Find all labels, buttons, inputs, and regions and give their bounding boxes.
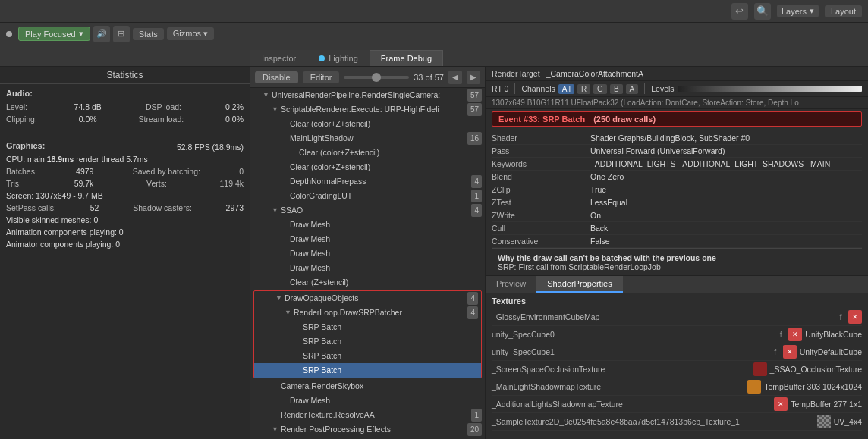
tree-item-text: Draw Mesh bbox=[290, 218, 330, 231]
frame-tree: ▼UniversalRenderPipeline.RenderSingleCam… bbox=[250, 88, 485, 439]
tree-item[interactable]: Draw Mesh bbox=[250, 232, 485, 246]
disable-button[interactable]: Disable bbox=[255, 71, 298, 83]
search-icon[interactable]: 🔍 bbox=[754, 3, 771, 20]
graphics-section: Graphics: 52.8 FPS (18.9ms) CPU: main 18… bbox=[0, 136, 250, 255]
channel-b-button[interactable]: B bbox=[610, 84, 623, 94]
undo-icon[interactable]: ↩ bbox=[731, 3, 748, 20]
bottom-tabs: Preview ShaderProperties bbox=[486, 275, 868, 293]
tree-item[interactable]: ▼Render PostProcessing Effects20 bbox=[250, 422, 485, 437]
layout-button[interactable]: Layout bbox=[825, 5, 862, 17]
tree-item[interactable]: Camera.RenderSkybox bbox=[250, 379, 485, 394]
tree-item[interactable]: SRP Batch bbox=[254, 363, 481, 378]
prop-key: Conservative bbox=[492, 237, 590, 246]
tree-badge: 57 bbox=[467, 89, 482, 102]
tree-badge: 57 bbox=[467, 103, 482, 116]
draw-opaque-objects-group: ▼DrawOpaqueObjects4▼RenderLoop.DrawSRPBa… bbox=[253, 290, 482, 378]
tree-item[interactable]: ▼RenderLoop.DrawSRPBatcher4 bbox=[254, 306, 481, 320]
channel-r-button[interactable]: R bbox=[577, 84, 590, 94]
gizmos-label: Gizmos bbox=[173, 29, 201, 38]
main-area: Statistics Audio: Level: -74.8 dB DSP lo… bbox=[0, 67, 868, 439]
channel-all-button[interactable]: All bbox=[558, 84, 574, 94]
tree-item[interactable]: ▼ScriptableRenderer.Execute: URP-HighFid… bbox=[250, 102, 485, 117]
frame-prev-button[interactable]: ◀ bbox=[448, 71, 462, 84]
batch-reason-title: Why this draw call can't be batched with… bbox=[498, 253, 856, 262]
channels-label: Channels bbox=[521, 84, 555, 93]
tree-item[interactable]: Clear (color+Z+stencil) bbox=[250, 146, 485, 160]
prop-key: ZTest bbox=[492, 198, 590, 207]
editor-button[interactable]: Editor bbox=[303, 71, 340, 83]
tab-inspector[interactable]: Inspector bbox=[250, 50, 307, 66]
audio-icon[interactable]: 🔊 bbox=[93, 26, 110, 42]
property-row: Pass Universal Forward (UniversalForward… bbox=[492, 145, 862, 158]
channel-g-button[interactable]: G bbox=[593, 84, 607, 94]
levels-bar bbox=[678, 86, 862, 92]
tree-item[interactable]: Draw Mesh bbox=[250, 218, 485, 232]
tree-item[interactable]: SRP Batch bbox=[254, 334, 481, 349]
layers-label: Layers bbox=[782, 7, 807, 16]
visible-value: 0 bbox=[93, 215, 98, 224]
tab-lighting[interactable]: Lighting bbox=[307, 50, 370, 66]
fps-value: 52.8 FPS (18.9ms) bbox=[177, 143, 244, 152]
tree-item[interactable]: Clear (color+Z+stencil) bbox=[250, 160, 485, 174]
frame-next-button[interactable]: ▶ bbox=[467, 71, 480, 84]
tree-badge: 1 bbox=[471, 409, 482, 422]
tree-item[interactable]: Clear (color+Z+stencil) bbox=[250, 117, 485, 131]
format-line: 1307x649 B10G11R11 UFloatPack32 (LoadAct… bbox=[486, 97, 868, 109]
audio-title: Audio: bbox=[6, 89, 244, 98]
property-row: Blend One Zero bbox=[492, 171, 862, 183]
event-calls: (250 draw calls) bbox=[593, 114, 656, 124]
shader-properties-tab[interactable]: ShaderProperties bbox=[536, 276, 623, 293]
tree-item-text: Draw Mesh bbox=[290, 394, 330, 407]
layers-dropdown[interactable]: Layers ▾ bbox=[777, 5, 819, 17]
visible-row: Visible skinned meshes: 0 bbox=[6, 214, 244, 226]
texture-row: _MainLightShadowmapTexture TempBuffer 30… bbox=[492, 378, 862, 396]
texture-row: _ScreenSpaceOcclusionTexture _SSAO_Occlu… bbox=[492, 361, 862, 378]
texture-f-flag: f bbox=[771, 347, 780, 356]
tree-item[interactable]: ▼UniversalRenderPipeline.RenderSingleCam… bbox=[250, 88, 485, 102]
lighting-tab-label: Lighting bbox=[329, 54, 358, 63]
tab-frame-debug[interactable]: Frame Debug bbox=[370, 50, 443, 66]
tree-item[interactable]: ▼DrawOpaqueObjects4 bbox=[254, 291, 481, 306]
tree-item[interactable]: ColorGradingLUT1 bbox=[250, 189, 485, 203]
screen-value: 1307x649 - 9.7 MB bbox=[36, 191, 103, 200]
tree-item[interactable]: Draw Mesh bbox=[250, 261, 485, 275]
tree-item[interactable]: Draw Mesh bbox=[250, 246, 485, 261]
tree-badge: 20 bbox=[467, 423, 482, 436]
textures-container: _GlossyEnvironmentCubeMap f ✕ unity_Spec… bbox=[492, 309, 862, 431]
cpu-label: CPU: main bbox=[6, 155, 45, 164]
tree-item[interactable]: SRP Batch bbox=[254, 320, 481, 334]
prop-key: ZWrite bbox=[492, 211, 590, 220]
tree-item[interactable]: SRP Batch bbox=[254, 349, 481, 363]
prop-key: Keywords bbox=[492, 159, 590, 168]
clipping-label: Clipping: bbox=[6, 113, 37, 125]
texture-name: _GlossyEnvironmentCubeMap bbox=[492, 312, 833, 321]
texture-icon bbox=[747, 380, 761, 394]
texture-label: _SSAO_OcclusionTexture bbox=[770, 365, 862, 374]
tree-item[interactable]: DepthNormalPrepass4 bbox=[250, 174, 485, 189]
tree-item-text: RenderLoop.DrawSRPBatcher bbox=[294, 306, 402, 319]
stats-button[interactable]: Stats bbox=[133, 28, 164, 40]
saved-label: Saved by batching: bbox=[133, 165, 200, 177]
tree-item[interactable]: ▼SSAO4 bbox=[250, 203, 485, 218]
dsp-label: DSP load: bbox=[146, 101, 181, 113]
texture-label: UnityDefaultCube bbox=[800, 347, 862, 356]
tree-item[interactable]: Clear (Z+stencil) bbox=[250, 275, 485, 290]
tree-item[interactable]: RenderTexture.ResolveAA1 bbox=[250, 408, 485, 422]
gizmos-button[interactable]: Gizmos ▾ bbox=[167, 27, 214, 40]
display-icon[interactable]: ⊞ bbox=[113, 26, 130, 42]
channel-a-button[interactable]: A bbox=[626, 84, 639, 94]
frame-slider[interactable] bbox=[344, 76, 409, 79]
play-focused-button[interactable]: Play Focused ▾ bbox=[18, 27, 90, 41]
batches-value: 4979 bbox=[76, 165, 93, 177]
layers-chevron-icon: ▾ bbox=[810, 6, 814, 16]
tree-item[interactable]: Draw Mesh bbox=[250, 394, 485, 408]
tree-arrow-icon: ▼ bbox=[272, 423, 278, 436]
animator-row: Animator components playing: 0 bbox=[6, 238, 244, 250]
texture-icon: ✕ bbox=[848, 310, 862, 324]
tris-label: Tris: bbox=[6, 177, 21, 190]
tree-arrow-icon: ▼ bbox=[275, 292, 282, 305]
tree-item[interactable]: MainLightShadow16 bbox=[250, 131, 485, 146]
tree-arrow-icon: ▼ bbox=[272, 204, 278, 217]
property-row: ZWrite On bbox=[492, 209, 862, 222]
preview-tab[interactable]: Preview bbox=[486, 276, 536, 293]
